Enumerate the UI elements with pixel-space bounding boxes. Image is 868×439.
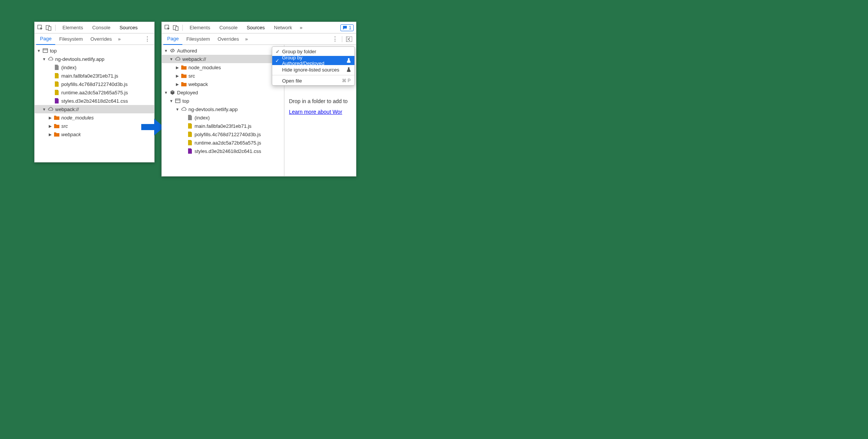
- tree-row-file[interactable]: (index): [35, 63, 154, 72]
- tab-elements[interactable]: Elements: [186, 22, 214, 33]
- tree-row-webpack[interactable]: ▼ webpack://: [162, 55, 284, 63]
- cloud-icon: [48, 56, 54, 62]
- tree-row-file[interactable]: styles.d3e2b24618d2c641.css: [35, 97, 154, 105]
- kebab-menu-icon[interactable]: ⋮: [329, 35, 340, 43]
- tree-row-folder[interactable]: ▶ node_modules: [162, 63, 284, 72]
- tree-row-file[interactable]: (index): [162, 113, 284, 122]
- file-icon: [54, 73, 60, 79]
- shortcut-label: ⌘ P: [342, 78, 351, 83]
- chevron-right-icon: ▶: [176, 74, 179, 78]
- tree-row-top[interactable]: ▼ top: [162, 97, 284, 105]
- transition-arrow-icon: [141, 119, 164, 135]
- tree-row-file[interactable]: main.fa8bfa0e23f1eb71.js: [35, 72, 154, 80]
- check-icon: ✓: [275, 49, 280, 54]
- tab-elements[interactable]: Elements: [59, 22, 87, 33]
- tree-label: webpack: [188, 81, 208, 87]
- devtools-panel-after: Elements Console Sources Network » 1 Pag…: [161, 22, 356, 177]
- tree-row-file[interactable]: styles.d3e2b24618d2c641.css: [162, 147, 284, 155]
- tree-row-domain[interactable]: ▼ ng-devtools.netlify.app: [162, 105, 284, 113]
- menu-item-hide-ignore[interactable]: Hide ignore-listed sources: [272, 65, 354, 74]
- tree-label: runtime.aa2dc5a72b65a575.js: [61, 90, 128, 95]
- tree-label: main.fa8bfa0e23f1eb71.js: [195, 123, 252, 129]
- tree-row-top[interactable]: ▼ top: [35, 46, 154, 55]
- file-icon: [187, 148, 193, 154]
- folder-icon: [54, 123, 60, 129]
- tree-row-folder[interactable]: ▶ src: [35, 122, 154, 130]
- tree-label: top: [50, 48, 57, 54]
- more-tabs-icon[interactable]: »: [297, 25, 305, 30]
- tree-row-file[interactable]: polyfills.4c768d7122740d3b.js: [162, 130, 284, 138]
- menu-label: Group by Authored/Deployed: [282, 55, 345, 66]
- cloud-icon: [175, 56, 181, 62]
- tree-label: node_modules: [61, 115, 94, 121]
- learn-more-link[interactable]: Learn more about Wor: [289, 109, 342, 115]
- flask-icon: [347, 58, 351, 63]
- subtab-filesystem[interactable]: Filesystem: [55, 33, 86, 45]
- cloud-icon: [48, 106, 54, 112]
- chevron-down-icon: ▼: [164, 91, 168, 95]
- tree-label: main.fa8bfa0e23f1eb71.js: [61, 73, 118, 79]
- tree-row-folder[interactable]: ▶ src: [162, 72, 284, 80]
- file-icon: [187, 123, 193, 129]
- tree-row-file[interactable]: polyfills.4c768d7122740d3b.js: [35, 80, 154, 88]
- deploy-icon: [169, 89, 176, 95]
- context-menu: ✓ Group by folder ✓ Group by Authored/De…: [272, 46, 355, 86]
- more-subtabs-icon[interactable]: »: [243, 36, 250, 42]
- tab-sources[interactable]: Sources: [116, 22, 142, 33]
- tree-row-domain[interactable]: ▼ ng-devtools.netlify.app: [35, 55, 154, 63]
- device-icon[interactable]: [172, 24, 179, 31]
- tree-row-folder[interactable]: ▶ webpack: [162, 80, 284, 88]
- tree-label: Deployed: [177, 90, 198, 95]
- tree-label: src: [188, 73, 195, 79]
- code-icon: [169, 48, 176, 54]
- tree-label: webpack://: [55, 107, 79, 112]
- chevron-right-icon: ▶: [48, 116, 52, 120]
- sources-subbar: Page Filesystem Overrides » ⋮: [162, 33, 356, 45]
- chevron-down-icon: ▼: [169, 57, 173, 61]
- tree-label: runtime.aa2dc5a72b65a575.js: [195, 140, 261, 146]
- sources-subbar: Page Filesystem Overrides » ⋮: [35, 33, 154, 45]
- tree-label: src: [61, 123, 68, 129]
- tree-label: (index): [195, 115, 210, 121]
- subtab-overrides[interactable]: Overrides: [87, 33, 116, 45]
- chevron-right-icon: ▶: [48, 132, 52, 137]
- issues-count: 1: [349, 25, 351, 30]
- divider: [182, 25, 183, 31]
- chevron-right-icon: ▶: [176, 82, 179, 86]
- subtab-filesystem[interactable]: Filesystem: [182, 33, 214, 45]
- tab-network[interactable]: Network: [270, 22, 296, 33]
- device-icon[interactable]: [45, 24, 52, 31]
- folder-icon: [54, 131, 60, 137]
- subtab-overrides[interactable]: Overrides: [214, 33, 243, 45]
- tree-row-webpack[interactable]: ▼ webpack://: [35, 105, 154, 113]
- tree-row-file[interactable]: runtime.aa2dc5a72b65a575.js: [35, 88, 154, 97]
- subtab-page[interactable]: Page: [163, 33, 182, 45]
- tree-row-folder[interactable]: ▶ node_modules: [35, 113, 154, 122]
- tree-label: styles.d3e2b24618d2c641.css: [195, 148, 261, 154]
- inspect-icon[interactable]: [37, 24, 44, 31]
- tree-row-folder[interactable]: ▶ webpack: [35, 130, 154, 138]
- tree-row-authored[interactable]: ▼ Authored: [162, 46, 284, 55]
- subtab-page[interactable]: Page: [36, 33, 55, 45]
- tree-row-file[interactable]: runtime.aa2dc5a72b65a575.js: [162, 138, 284, 147]
- cloud-icon: [181, 106, 187, 112]
- inspect-icon[interactable]: [164, 24, 171, 31]
- menu-label: Open file: [282, 78, 302, 84]
- file-tree: ▼ top ▼ ng-devtools.netlify.app (index) …: [35, 45, 154, 140]
- more-subtabs-icon[interactable]: »: [116, 36, 123, 42]
- tree-row-deployed[interactable]: ▼ Deployed: [162, 88, 284, 97]
- tab-console[interactable]: Console: [88, 22, 114, 33]
- issues-badge[interactable]: 1: [340, 24, 354, 31]
- tree-label: ng-devtools.netlify.app: [188, 107, 238, 112]
- menu-item-group-authored[interactable]: ✓ Group by Authored/Deployed: [272, 56, 354, 65]
- kebab-menu-icon[interactable]: ⋮: [141, 35, 153, 43]
- tab-console[interactable]: Console: [215, 22, 241, 33]
- comment-icon: [343, 25, 347, 30]
- sidepane-toggle-icon[interactable]: [344, 37, 354, 42]
- menu-item-open-file[interactable]: Open file ⌘ P: [272, 76, 354, 85]
- divider: [55, 25, 56, 31]
- folder-icon: [181, 73, 187, 79]
- tab-sources[interactable]: Sources: [243, 22, 269, 33]
- folder-icon: [181, 81, 187, 87]
- tree-row-file[interactable]: main.fa8bfa0e23f1eb71.js: [162, 122, 284, 130]
